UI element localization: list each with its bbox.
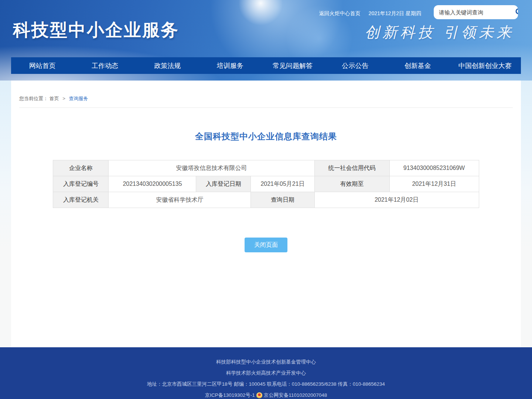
label-valid-until: 有效期至 bbox=[314, 176, 389, 192]
breadcrumb-current-link[interactable]: 查询服务 bbox=[69, 96, 88, 101]
footer-line-fund-center: 科技部科技型中小企业技术创新基金管理中心 bbox=[0, 357, 532, 368]
current-date: 2021年12月2日 星期四 bbox=[369, 10, 421, 17]
footer-line-contact: 地址：北京市西城区三里河二区甲18号 邮编：100045 联系电话：010-88… bbox=[0, 379, 532, 390]
label-registration-authority: 入库登记机关 bbox=[53, 192, 109, 208]
result-table: 企业名称 安徽塔孜信息技术有限公司 统一社会信用代码 9134030008523… bbox=[53, 160, 479, 208]
nav-item-innovation-fund[interactable]: 创新基金 bbox=[386, 57, 449, 74]
public-security-badge-icon bbox=[256, 392, 262, 398]
value-registration-number: 202134030200005135 bbox=[109, 176, 196, 192]
value-registration-date: 2021年05月21日 bbox=[251, 176, 314, 192]
breadcrumb-home-link[interactable]: 首页 bbox=[50, 96, 59, 101]
breadcrumb-prefix: 您当前位置： bbox=[19, 96, 48, 101]
table-row: 入库登记编号 202134030200005135 入库登记日期 2021年05… bbox=[53, 176, 479, 192]
main-nav: 网站首页 工作动态 政策法规 培训服务 常见问题解答 公示公告 创新基金 中国创… bbox=[11, 57, 521, 74]
content-panel: 您当前位置： 首页 > 查询服务 全国科技型中小企业信息库查询结果 企业名称 安… bbox=[11, 81, 521, 347]
site-slogan: 创新科技 引领未来 bbox=[365, 22, 514, 42]
label-company-name: 企业名称 bbox=[53, 160, 109, 176]
search-input[interactable] bbox=[434, 5, 515, 19]
value-query-date: 2021年12月02日 bbox=[314, 192, 479, 208]
page: 返回火炬中心首页 2021年12月2日 星期四 科技型中小企业服务 创新科技 引… bbox=[0, 0, 532, 399]
search-box bbox=[434, 5, 518, 19]
value-credit-code: 91340300085231069W bbox=[389, 160, 479, 176]
footer-line-torch-center: 科学技术部火炬高技术产业开发中心 bbox=[0, 368, 532, 379]
search-icon bbox=[515, 7, 518, 17]
close-page-button[interactable]: 关闭页面 bbox=[245, 238, 287, 252]
label-query-date: 查询日期 bbox=[251, 192, 314, 208]
label-registration-date: 入库登记日期 bbox=[196, 176, 251, 192]
value-registration-authority: 安徽省科学技术厅 bbox=[109, 192, 251, 208]
breadcrumb: 您当前位置： 首页 > 查询服务 bbox=[19, 81, 513, 108]
footer-line-registration: 京ICP备13019302号-1 京公网安备11010202007048 bbox=[0, 390, 532, 399]
table-row: 企业名称 安徽塔孜信息技术有限公司 统一社会信用代码 9134030008523… bbox=[53, 160, 479, 176]
footer: 科技部科技型中小企业技术创新基金管理中心 科学技术部火炬高技术产业开发中心 地址… bbox=[0, 347, 532, 399]
breadcrumb-separator: > bbox=[62, 96, 65, 101]
table-row: 入库登记机关 安徽省科学技术厅 查询日期 2021年12月02日 bbox=[53, 192, 479, 208]
nav-item-policies[interactable]: 政策法规 bbox=[136, 57, 199, 74]
nav-item-announcements[interactable]: 公示公告 bbox=[324, 57, 386, 74]
nav-item-training[interactable]: 培训服务 bbox=[199, 57, 261, 74]
button-row: 关闭页面 bbox=[11, 238, 521, 252]
security-record-number: 京公网安备11010202007048 bbox=[264, 390, 327, 399]
nav-item-work-news[interactable]: 工作动态 bbox=[74, 57, 136, 74]
back-to-torch-home-link[interactable]: 返回火炬中心首页 bbox=[319, 10, 361, 17]
label-credit-code: 统一社会信用代码 bbox=[314, 160, 389, 176]
site-logo: 科技型中小企业服务 bbox=[13, 18, 179, 42]
icp-number: 京ICP备13019302号-1 bbox=[205, 390, 255, 399]
page-title: 全国科技型中小企业信息库查询结果 bbox=[11, 131, 521, 142]
header-topbar: 返回火炬中心首页 2021年12月2日 星期四 bbox=[319, 10, 421, 17]
nav-item-faq[interactable]: 常见问题解答 bbox=[261, 57, 324, 74]
label-registration-number: 入库登记编号 bbox=[53, 176, 109, 192]
search-button[interactable] bbox=[515, 5, 518, 19]
value-valid-until: 2021年12月31日 bbox=[389, 176, 479, 192]
nav-item-home[interactable]: 网站首页 bbox=[11, 57, 74, 74]
header-banner: 返回火炬中心首页 2021年12月2日 星期四 科技型中小企业服务 创新科技 引… bbox=[0, 0, 532, 81]
value-company-name: 安徽塔孜信息技术有限公司 bbox=[109, 160, 314, 176]
nav-item-innovation-contest[interactable]: 中国创新创业大赛 bbox=[449, 57, 521, 74]
